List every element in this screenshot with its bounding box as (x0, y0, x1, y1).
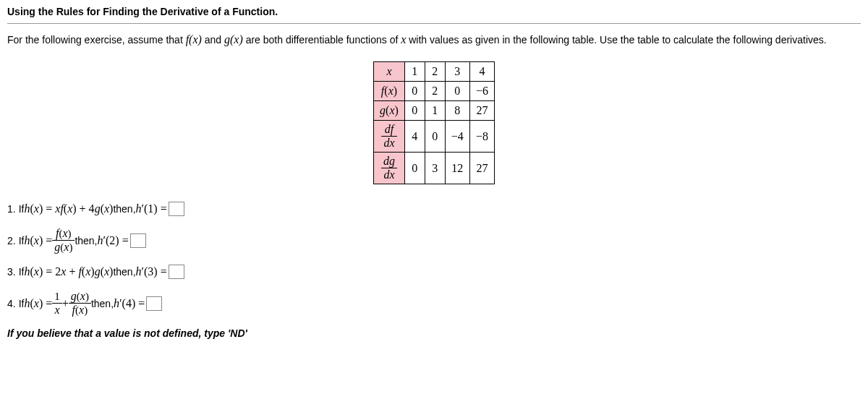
table-cell: 1 (425, 101, 445, 121)
table-cell: −8 (469, 121, 494, 153)
table-row: dgdx 0 3 12 27 (374, 153, 495, 184)
problem-text: If (19, 267, 25, 277)
table-cell: −6 (469, 82, 494, 101)
problem-text: If (19, 299, 25, 309)
table-cell: 0 (425, 121, 445, 153)
table-cell: 8 (445, 101, 469, 121)
problem-text: then, (91, 299, 114, 309)
plus-sign: + (62, 298, 69, 309)
table-row: g(x) 0 1 8 27 (374, 101, 495, 121)
table-cell: 0 (404, 101, 425, 121)
problem-text: If (19, 236, 25, 246)
answer-input-2[interactable] (130, 233, 146, 248)
answer-input-3[interactable] (169, 265, 184, 279)
table-cell: 0 (404, 153, 425, 184)
problem-hprime: h′(3) = (136, 266, 167, 278)
page-title: Using the Rules for Finding the Derivati… (7, 6, 861, 24)
problem-text: then, (75, 236, 97, 246)
table-cell: 3 (445, 62, 469, 82)
math-fx: f(x) (186, 33, 202, 46)
problem-number: 2. (7, 236, 16, 246)
problem-equation: h(x) = (24, 298, 52, 309)
table-cell: 1 (404, 62, 425, 82)
problems: 1. If h(x) = xf(x) + 4g(x) then, h′(1) =… (7, 202, 861, 316)
table-header-x: x (374, 62, 405, 82)
table-row: f(x) 0 2 0 −6 (374, 82, 495, 101)
problem-number: 4. (7, 299, 16, 309)
table-cell: 27 (469, 101, 494, 121)
nd-note: If you believe that a value is not defin… (7, 327, 861, 339)
table-cell: 3 (425, 153, 445, 184)
table-cell: 0 (445, 82, 469, 101)
problem-text: then, (113, 267, 135, 277)
fraction: f(x) g(x) (52, 228, 75, 253)
table-cell: 2 (425, 62, 445, 82)
answer-input-4[interactable] (146, 296, 162, 311)
problem-equation: h(x) = (24, 235, 52, 246)
table-cell: 4 (469, 62, 494, 82)
instructions-text: For the following exercise, assume that (7, 34, 186, 46)
problem-text: then, (113, 204, 135, 214)
table-row: x 1 2 3 4 (374, 62, 495, 82)
math-gx: g(x) (224, 33, 243, 46)
table-header-gx: g(x) (374, 101, 405, 121)
problem-3: 3. If h(x) = 2x + f(x)g(x) then, h′(3) = (7, 265, 861, 279)
problem-equation: h(x) = 2x + f(x)g(x) (24, 266, 113, 278)
table-row: dfdx 4 0 −4 −8 (374, 121, 495, 153)
table-header-dfdx: dfdx (374, 121, 405, 153)
instructions: For the following exercise, assume that … (7, 31, 861, 48)
problem-1: 1. If h(x) = xf(x) + 4g(x) then, h′(1) = (7, 202, 861, 216)
instructions-text: with values as given in the following ta… (406, 34, 826, 46)
table-cell: 27 (469, 153, 494, 184)
table-cell: 12 (445, 153, 469, 184)
problem-hprime: h′(1) = (136, 203, 167, 215)
problem-equation: h(x) = xf(x) + 4g(x) (24, 203, 113, 215)
problem-number: 1. (7, 204, 16, 214)
problem-hprime: h′(2) = (98, 235, 129, 246)
problem-hprime: h′(4) = (114, 298, 145, 309)
table-cell: −4 (445, 121, 469, 153)
problem-2: 2. If h(x) = f(x) g(x) then, h′(2) = (7, 228, 861, 253)
problem-number: 3. (7, 267, 16, 277)
table-cell: 4 (404, 121, 425, 153)
table-header-fx: f(x) (374, 82, 405, 101)
instructions-text: are both differentiable functions of (243, 34, 401, 46)
table-header-dgdx: dgdx (374, 153, 405, 184)
answer-input-1[interactable] (169, 202, 184, 216)
problem-text: If (19, 204, 25, 214)
data-table: x 1 2 3 4 f(x) 0 2 0 −6 g(x) 0 1 8 27 df… (373, 61, 495, 184)
table-cell: 0 (404, 82, 425, 101)
problem-4: 4. If h(x) = 1 x + g(x) f(x) then, h′(4)… (7, 291, 861, 316)
fraction: 1 x (52, 291, 62, 316)
data-table-wrap: x 1 2 3 4 f(x) 0 2 0 −6 g(x) 0 1 8 27 df… (7, 61, 861, 184)
table-cell: 2 (425, 82, 445, 101)
fraction: g(x) f(x) (69, 291, 91, 316)
instructions-text: and (202, 34, 224, 46)
